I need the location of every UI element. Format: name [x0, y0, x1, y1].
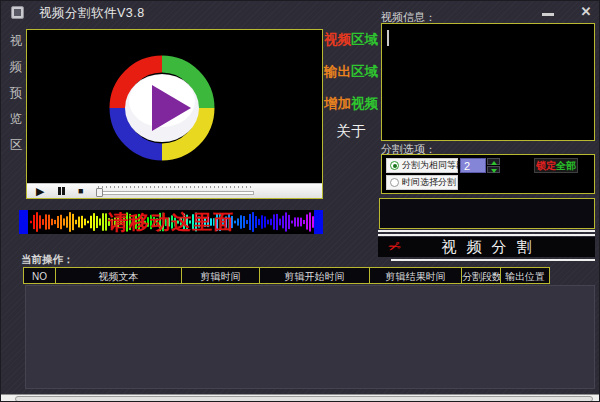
waveform-drop-bar[interactable]: 请移动这里面 — [19, 210, 323, 234]
player-control-bar: ▶ ■ — [27, 183, 322, 198]
play-button[interactable]: ▶ — [36, 184, 44, 198]
operations-list-panel[interactable] — [25, 285, 595, 389]
col-header-output-path[interactable]: 输出位置 — [500, 267, 550, 284]
col-header-video-text[interactable]: 视频文本 — [55, 267, 182, 284]
col-header-no[interactable]: NO — [23, 267, 56, 284]
video-split-button[interactable]: ✂ 视频分割 — [378, 237, 595, 257]
minimize-button[interactable] — [537, 3, 559, 21]
secondary-info-box[interactable] — [379, 198, 595, 229]
stepper-down-button[interactable] — [487, 166, 500, 173]
horizontal-scrollbar[interactable] — [1, 394, 600, 402]
stop-button[interactable]: ■ — [78, 184, 83, 198]
text-cursor — [387, 30, 389, 46]
slider-groove — [98, 191, 254, 195]
stepper-up-button[interactable] — [487, 158, 500, 165]
split-options-box: 分割为相同等段 2 锁定全部 时间选择分割 — [381, 154, 595, 194]
media-player-logo — [107, 53, 217, 163]
slider-thumb[interactable] — [96, 188, 103, 197]
app-window: 视频分割软件V3.8 ✕ 视 频 预 览 区 ▶ ■ — [0, 0, 600, 402]
separator-line — [391, 259, 595, 261]
separator-line — [378, 230, 595, 232]
menu-item-add-video[interactable]: 增加视频 — [319, 95, 383, 113]
lock-all-button[interactable]: 锁定全部 — [534, 158, 578, 173]
radio-equal-dot — [390, 161, 399, 170]
preview-area-vertical-label: 视 频 预 览 区 — [8, 33, 24, 154]
video-split-button-label: 视频分割 — [378, 237, 595, 257]
minimize-icon — [542, 13, 554, 16]
radio-equal-segments[interactable]: 分割为相同等段 — [386, 158, 458, 173]
menu-item-output-area[interactable]: 输出区域 — [319, 63, 383, 81]
slider-ticks — [98, 186, 252, 188]
video-info-box[interactable] — [381, 23, 595, 141]
drag-hint-text: 请移动这里面 — [19, 210, 323, 234]
separator-line — [378, 234, 595, 236]
segment-count-value[interactable]: 2 — [460, 158, 486, 173]
window-title: 视频分割软件V3.8 — [39, 5, 145, 22]
menu-item-about[interactable]: 关于 — [319, 122, 383, 140]
scrollbar-thumb[interactable] — [15, 396, 593, 402]
col-header-clip-time[interactable]: 剪辑时间 — [181, 267, 260, 284]
current-operation-label: 当前操作： — [21, 253, 74, 267]
col-header-segments[interactable]: 分割段数 — [461, 267, 501, 284]
pause-button[interactable] — [58, 187, 65, 195]
video-preview-panel: ▶ ■ — [26, 29, 323, 199]
col-header-clip-result[interactable]: 剪辑结果时间 — [369, 267, 462, 284]
app-icon — [11, 6, 24, 19]
segment-count-stepper — [487, 158, 500, 173]
operations-table-header: NO 视频文本 剪辑时间 剪辑开始时间 剪辑结果时间 分割段数 输出位置 — [23, 267, 550, 284]
menu-item-video-area[interactable]: 视频区域 — [319, 31, 383, 49]
radio-time-dot — [390, 178, 399, 187]
video-display[interactable] — [27, 30, 322, 183]
seek-slider[interactable] — [96, 185, 254, 198]
radio-time-select[interactable]: 时间选择分割 — [386, 175, 458, 190]
col-header-clip-start[interactable]: 剪辑开始时间 — [259, 267, 370, 284]
close-button[interactable]: ✕ — [575, 3, 597, 21]
